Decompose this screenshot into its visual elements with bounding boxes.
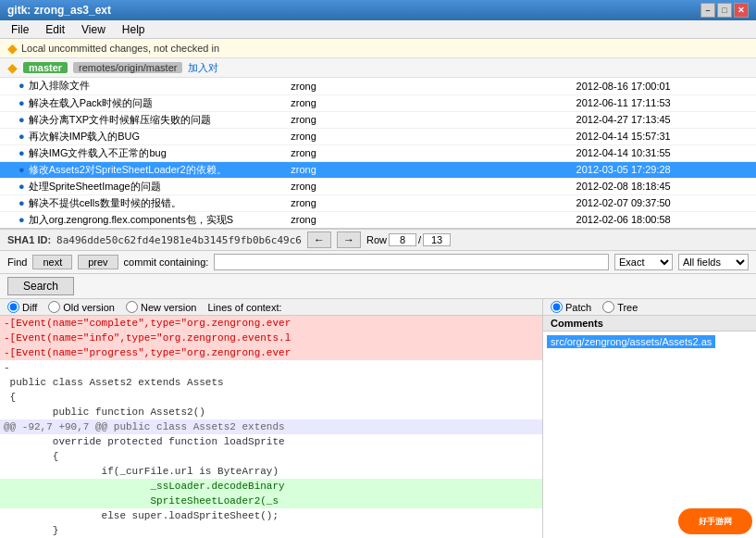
old-version-radio-label[interactable]: Old version — [48, 301, 115, 313]
lines-of-context-label: Lines of context: — [207, 302, 281, 313]
menu-edit[interactable]: Edit — [38, 22, 72, 37]
action-link[interactable]: 加入对 — [188, 61, 218, 75]
commit-message: ●加入排除文件 — [0, 78, 285, 94]
bullet-icon: ● — [19, 197, 25, 208]
diff-line: @@ -92,7 +90,7 @@ public class Assets2 e… — [0, 419, 542, 434]
tree-label: Tree — [617, 302, 638, 313]
diff-line: } — [0, 523, 542, 538]
commit-message: ●再次解决IMP载入的BUG — [0, 128, 285, 144]
new-version-label: New version — [141, 302, 197, 313]
old-version-radio[interactable] — [48, 301, 60, 313]
right-panel: Patch Tree Comments src/org/zengrong/ass… — [543, 299, 756, 538]
menu-bar: File Edit View Help — [0, 20, 756, 39]
branch-label[interactable]: master — [23, 62, 68, 73]
find-field-select[interactable]: All fields Headline Comments Author — [678, 254, 749, 270]
notice-text: Local uncommitted changes, not checked i… — [21, 43, 219, 54]
find-input[interactable] — [214, 254, 609, 270]
comments-label: Comments — [551, 318, 603, 329]
commit-date: 2012-03-05 17:29:28 — [571, 161, 756, 178]
table-row[interactable]: ●再次解决IMP载入的BUG zrong 2012-04-14 15:57:31 — [0, 128, 756, 144]
commit-message: ●修改Assets2对SpriteSheetLoader2的依赖。 — [0, 161, 285, 178]
diff-label: Diff — [22, 302, 37, 313]
next-button[interactable]: next — [32, 255, 72, 269]
table-row[interactable]: ●处理SpriteSheetImage的问题 zrong 2012-02-08 … — [0, 178, 756, 194]
menu-help[interactable]: Help — [115, 22, 153, 37]
menu-view[interactable]: View — [74, 22, 113, 37]
old-version-label: Old version — [63, 302, 115, 313]
bullet-icon: ● — [19, 181, 25, 192]
diff-panel: Diff Old version New version Lines of co… — [0, 299, 543, 538]
bullet-icon: ● — [19, 214, 25, 225]
sha-row: SHA1 ID: 8a496dde50c62fd4e1981e4b3145f9f… — [0, 229, 756, 251]
diff-line: if(_curFile.url is ByteArray) — [0, 464, 542, 479]
commit-author: zrong — [285, 128, 570, 144]
sha-next-button[interactable]: → — [337, 231, 361, 248]
diff-line: -[Event(name="complete",type="org.zengro… — [0, 316, 542, 331]
bullet-icon: ● — [19, 97, 25, 108]
file-link[interactable]: src/org/zengrong/assets/Assets2.as — [547, 335, 715, 348]
sha-value: 8a496dde50c62fd4e1981e4b3145f9fb0b6c49c6 — [56, 234, 302, 246]
commit-date: 2012-04-14 15:57:31 — [571, 128, 756, 144]
commit-date: 2012-02-08 18:18:45 — [571, 178, 756, 194]
prev-button[interactable]: prev — [78, 255, 118, 269]
commit-message: ●解决IMG文件载入不正常的bug — [0, 144, 285, 161]
commit-author: zrong — [285, 94, 570, 111]
table-row[interactable]: ●加入排除文件 zrong 2012-08-16 17:00:01 — [0, 78, 756, 94]
diff-radio-label[interactable]: Diff — [7, 301, 37, 313]
diff-line: public class Assets2 extends Assets — [0, 375, 542, 390]
maximize-button[interactable]: □ — [717, 3, 732, 18]
tree-radio[interactable] — [602, 301, 614, 313]
diff-content[interactable]: -[Event(name="complete",type="org.zengro… — [0, 316, 542, 538]
patch-label: Patch — [565, 302, 591, 313]
bullet-icon: ● — [19, 147, 25, 158]
commit-date: 2012-04-27 17:13:45 — [571, 111, 756, 128]
diff-line: else super.loadSpriteSheet(); — [0, 508, 542, 523]
branch-diamond-icon: ◆ — [7, 60, 18, 75]
table-row[interactable]: ●解决不提供cells数量时候的报错。 zrong 2012-02-07 09:… — [0, 194, 756, 211]
row-label: Row — [366, 234, 387, 245]
diff-line: SpriteSheetLoader2(_s — [0, 494, 542, 508]
search-button[interactable]: Search — [7, 277, 74, 295]
new-version-radio[interactable] — [126, 301, 138, 313]
commit-message: ●解决在载入Pack时候的问题 — [0, 94, 285, 111]
comments-section-header: Comments — [543, 316, 756, 332]
bullet-icon: ● — [19, 164, 25, 175]
row-total[interactable]: 13 — [423, 233, 451, 246]
tree-tab[interactable]: Tree — [602, 301, 638, 313]
diff-line: - — [0, 360, 542, 375]
lower-panel: Diff Old version New version Lines of co… — [0, 299, 756, 538]
commit-date: 2012-08-16 17:00:01 — [571, 78, 756, 94]
menu-file[interactable]: File — [4, 22, 36, 37]
bullet-icon: ● — [19, 131, 25, 142]
remote-label[interactable]: remotes/origin/master — [73, 62, 182, 73]
table-row[interactable]: ●修改Assets2对SpriteSheetLoader2的依赖。 zrong … — [0, 161, 756, 178]
table-row[interactable]: ●解决在载入Pack时候的问题 zrong 2012-06-11 17:11:5… — [0, 94, 756, 111]
patch-tab[interactable]: Patch — [551, 301, 591, 313]
commit-date: 2012-06-11 17:11:53 — [571, 94, 756, 111]
table-row[interactable]: ●解决IMG文件载入不正常的bug zrong 2012-04-14 10:31… — [0, 144, 756, 161]
row-input[interactable]: 8 — [389, 233, 416, 246]
commit-message: ●解决不提供cells数量时候的报错。 — [0, 194, 285, 211]
notice-diamond-icon: ◆ — [7, 41, 18, 56]
row-slash: / — [418, 234, 421, 245]
table-row[interactable]: ●加入org.zengrong.flex.components包，实现S zro… — [0, 211, 756, 228]
window-controls: – □ ✕ — [700, 3, 749, 18]
minimize-button[interactable]: – — [700, 3, 715, 18]
title-text: gitk: zrong_as3_ext — [7, 4, 111, 17]
commit-author: zrong — [285, 78, 570, 94]
main-area: ◆ Local uncommitted changes, not checked… — [0, 39, 756, 538]
new-version-radio-label[interactable]: New version — [126, 301, 197, 313]
diff-line: override protected function loadSprite — [0, 434, 542, 449]
diff-line: _ssLoader.decodeBinary — [0, 479, 542, 494]
close-button[interactable]: ✕ — [734, 3, 749, 18]
commit-author: zrong — [285, 178, 570, 194]
commit-author: zrong — [285, 111, 570, 128]
patch-radio[interactable] — [551, 301, 563, 313]
sha-prev-button[interactable]: ← — [307, 231, 331, 248]
find-type-select[interactable]: Exact Regexp IgnCase — [614, 254, 673, 270]
diff-radio[interactable] — [7, 301, 19, 313]
table-row[interactable]: ●解决分离TXP文件时候解压缩失败的问题 zrong 2012-04-27 17… — [0, 111, 756, 128]
bullet-icon: ● — [19, 114, 25, 125]
row-indicator: Row 8 / 13 — [366, 233, 451, 246]
commit-author: zrong — [285, 144, 570, 161]
